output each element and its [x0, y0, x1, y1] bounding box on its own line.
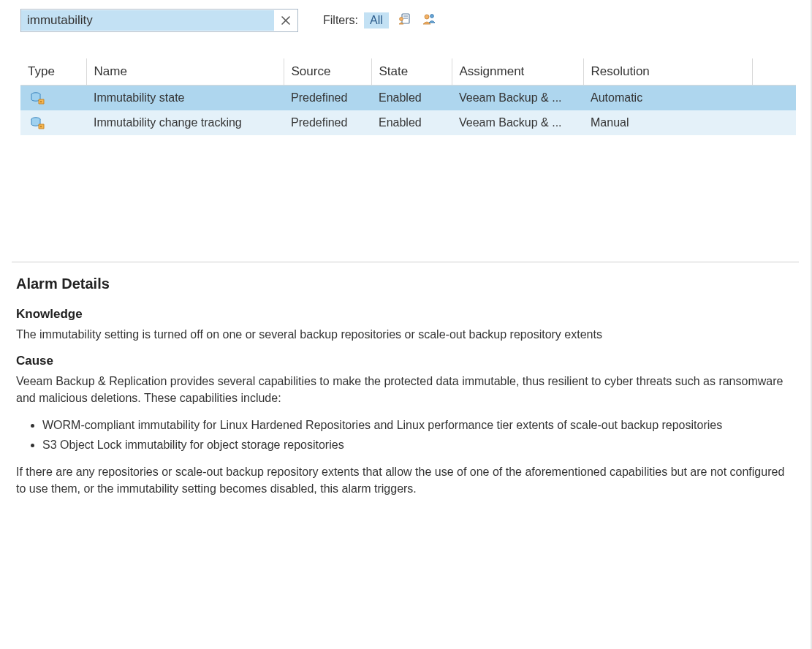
cell-source: Predefined	[284, 110, 371, 135]
svg-rect-9	[40, 126, 42, 127]
svg-point-5	[430, 15, 433, 18]
cell-type	[20, 110, 86, 135]
cause-bullet: WORM-compliant immutability for Linux Ha…	[42, 417, 794, 433]
cause-heading: Cause	[16, 354, 794, 368]
cell-state: Enabled	[371, 110, 452, 135]
cell-type	[20, 86, 86, 111]
cell-resolution: Automatic	[583, 86, 752, 111]
col-header-pad	[752, 58, 796, 86]
alarms-window: Filters: All	[0, 0, 812, 649]
repository-alarm-icon	[31, 116, 45, 129]
filter-all-button[interactable]: All	[364, 12, 389, 29]
cell-name: Immutability change tracking	[86, 110, 284, 135]
col-header-type[interactable]: Type	[20, 58, 86, 86]
alarm-details-panel[interactable]: Alarm Details Knowledge The immutability…	[0, 262, 811, 649]
repository-alarm-icon	[31, 91, 45, 105]
clear-search-button[interactable]	[274, 10, 297, 31]
search-input[interactable]	[21, 10, 274, 31]
cell-assignment: Veeam Backup & ...	[452, 86, 583, 111]
filter-toolbar: Filters: All	[0, 0, 811, 38]
svg-rect-7	[40, 101, 42, 102]
table-row[interactable]: Immutability state Predefined Enabled Ve…	[20, 86, 796, 111]
col-header-assignment[interactable]: Assignment	[452, 58, 583, 86]
filter-users-button[interactable]	[421, 12, 437, 29]
svg-point-3	[399, 18, 403, 21]
filter-internal-button[interactable]	[398, 12, 412, 29]
table-row[interactable]: Immutability change tracking Predefined …	[20, 110, 796, 135]
col-header-source[interactable]: Source	[284, 58, 371, 86]
alarms-table-area: Type Name Source State Assignment Resolu…	[0, 38, 811, 135]
col-header-state[interactable]: State	[371, 58, 452, 86]
filters-group: Filters: All	[323, 12, 437, 29]
alarms-table: Type Name Source State Assignment Resolu…	[20, 58, 796, 135]
cause-footer: If there are any repositories or scale-o…	[16, 463, 794, 497]
spacer	[0, 135, 811, 262]
cell-assignment: Veeam Backup & ...	[452, 110, 583, 135]
knowledge-text: The immutability setting is turned off o…	[16, 326, 794, 343]
cause-bullet: S3 Object Lock immutability for object s…	[42, 436, 794, 453]
cell-name: Immutability state	[86, 86, 284, 111]
document-person-icon	[398, 12, 412, 26]
cause-bullets: WORM-compliant immutability for Linux Ha…	[29, 417, 794, 453]
knowledge-heading: Knowledge	[16, 307, 794, 322]
filters-label: Filters:	[323, 14, 358, 27]
col-header-name[interactable]: Name	[86, 58, 284, 86]
col-header-resolution[interactable]: Resolution	[583, 58, 752, 86]
cell-resolution: Manual	[583, 110, 752, 135]
table-header-row: Type Name Source State Assignment Resolu…	[20, 58, 796, 86]
people-icon	[421, 12, 437, 26]
details-title: Alarm Details	[16, 276, 794, 292]
close-icon	[281, 15, 291, 26]
cause-text: Veeam Backup & Replication provides seve…	[16, 373, 794, 406]
cell-source: Predefined	[284, 86, 371, 111]
cell-state: Enabled	[371, 86, 452, 111]
search-box[interactable]	[20, 9, 298, 32]
svg-point-4	[425, 15, 429, 19]
